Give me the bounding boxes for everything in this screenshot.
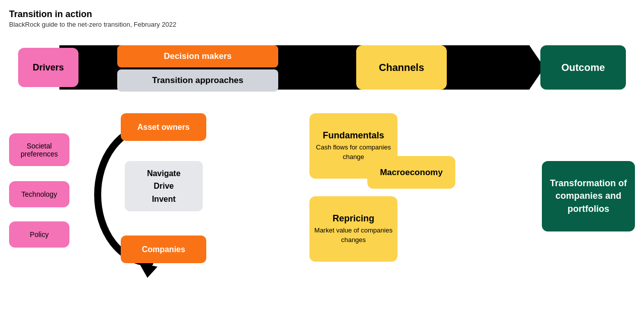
technology-label: Technology [22, 190, 57, 198]
decision-makers-box: Decision makers [117, 45, 278, 67]
companies-label: Companies [142, 245, 185, 254]
technology-box: Technology [9, 181, 69, 207]
companies-box: Companies [121, 236, 206, 263]
svg-marker-0 [139, 263, 157, 278]
asset-owners-label: Asset owners [137, 123, 190, 132]
channels-label: Channels [379, 62, 424, 73]
main-title: Transition in action [9, 9, 176, 20]
drivers-box: Drivers [18, 48, 78, 87]
repricing-box: Repricing Market value of companies chan… [309, 196, 397, 262]
title-section: Transition in action BlackRock guide to … [9, 9, 176, 28]
transition-approaches-box: Transition approaches [117, 69, 278, 92]
asset-owners-box: Asset owners [121, 113, 206, 141]
societal-label: Societal preferences [9, 142, 69, 158]
policy-box: Policy [9, 221, 69, 248]
subtitle: BlackRock guide to the net-zero transiti… [9, 21, 176, 28]
transition-approaches-label: Transition approaches [152, 75, 243, 86]
top-flow: Drivers Decision makers Transition appro… [9, 40, 635, 96]
outcome-label: Outcome [561, 62, 605, 73]
policy-label: Policy [30, 230, 48, 239]
repricing-desc: Market value of companies changes [313, 226, 393, 244]
navigate-label: Navigate Drive Invent [147, 167, 181, 206]
navigate-box: Navigate Drive Invent [125, 161, 203, 211]
channels-box: Channels [356, 45, 447, 90]
macroeconomy-label: Macroeconomy [380, 168, 443, 178]
macroeconomy-box: Macroeconomy [367, 156, 455, 189]
repricing-title: Repricing [333, 213, 374, 224]
fundamentals-title: Fundamentals [323, 130, 384, 141]
drivers-label: Drivers [33, 62, 64, 73]
outcome-box: Outcome [540, 45, 626, 90]
transformation-box: Transformation of companies and portfoli… [542, 161, 635, 231]
transformation-label: Transformation of companies and portfoli… [547, 177, 630, 215]
societal-box: Societal preferences [9, 133, 69, 166]
decision-makers-label: Decision makers [164, 51, 231, 61]
